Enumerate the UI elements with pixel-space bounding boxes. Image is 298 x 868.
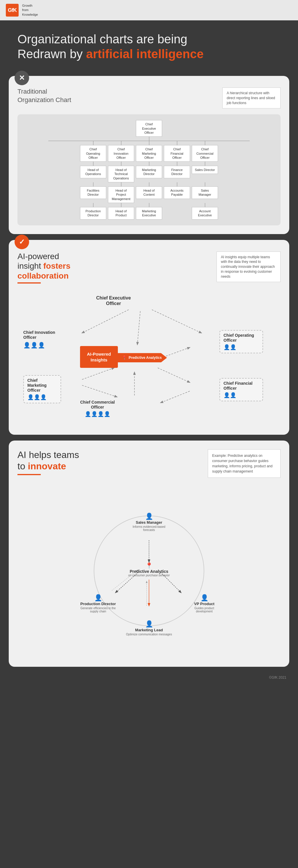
ai-title-block: AI-powered insight fosters collaboration [18,251,70,284]
l1-col-3: Chief Financial Officer [164,141,190,162]
level1-row: Chief Operating Officer Chief Innovation… [48,141,249,162]
tree-container: Chief Executive Officer Chief Operating … [23,120,275,219]
sales-manager-person-icon: 👤 [129,513,169,520]
l4-box-2: Marketing Executive [136,207,162,220]
header: GfK Growth from Knowledge [0,0,298,20]
cco-persons-icon: 👤👤👤👤 [76,411,119,417]
cio-persons-icon: 👤👤👤 [23,342,61,349]
l1-col-2: Chief Marketing Officer [136,141,162,162]
coo-node: Chief Operating Officer 👤👤 [219,330,263,353]
trad-header: Traditional Organization Chart A hierarc… [18,88,280,108]
circle-diagram: 👤 Sales Manager Informs evidenced-based … [67,489,231,652]
ai-title: AI-powered insight fosters collaboration [18,251,70,281]
logo-tagline: Growth from Knowledge [22,3,38,17]
l4-box-4: Account Executive [192,207,218,220]
ai-underline [18,282,41,283]
l1-box-4: Chief Commercial Officer [192,145,218,162]
coo-persons-icon: 👤👤 [224,344,259,350]
l4-box-0: Production Director [80,207,106,220]
l2-col-3: Finance Director [164,162,190,182]
traditional-section: ✕ Traditional Organization Chart A hiera… [9,76,289,234]
l1-box-2: Chief Marketing Officer [136,145,162,162]
l2-col-1: Head of Technical Operations [108,162,134,182]
ai-center-box: AI-Powered Insights [80,346,118,368]
marketing-lead-node: 👤 Marketing Lead Optimize communication … [126,620,172,636]
copyright-text: ©GfK 2021 [269,676,286,680]
logo-text: GfK [8,7,17,13]
cio-node: Chief Innovation Officer 👤👤👤 [23,330,61,349]
l1-box-0: Chief Operating Officer [80,145,106,162]
org-chart: Chief Executive Officer Chief Operating … [18,114,280,225]
hero-section: Organizational charts are being Redrawn … [0,20,298,70]
footer: ©GfK 2021 [0,673,298,682]
l3-col-0: Facilities Director [80,182,106,203]
ceo-node: Chief Executive Officer [93,295,134,306]
innovate-section: Example: Predictive analytics on consume… [9,440,289,667]
l3-col-3: Accounts Payable [164,182,190,203]
svg-line-6 [158,368,190,382]
l1-box-1: Chief Innovation Officer [108,145,134,162]
cfo-persons-icon: 👤👤 [224,392,259,398]
ai-section: ✓ AI-powered insight fosters collaborati… [9,240,289,435]
trad-title: Traditional Organization Chart [18,88,71,104]
l3-box-3: Accounts Payable [164,186,190,199]
l2-box-4: Sales Director [192,166,218,174]
analytics-tag: 📍 Predictive Analytics [118,353,167,362]
innovate-underline [18,474,41,475]
l4-col-0: Production Director [80,203,106,220]
level2-row: Head of Operations Head of Technical Ope… [48,162,249,182]
l2-box-1: Head of Technical Operations [108,166,134,182]
l3-box-1: Head of Project Management [108,186,134,203]
l1-col-0: Chief Operating Officer [80,141,106,162]
svg-line-0 [82,310,129,333]
l3-col-2: Head of Content [136,182,162,203]
svg-line-7 [82,385,117,397]
cfo-node: Chief Financial Officer 👤👤 [219,378,263,401]
vp-product-node: 👤 VP Product Guides product development [187,594,222,613]
location-pin-center-icon: 📍 [118,562,180,569]
svg-line-1 [152,310,201,333]
svg-line-2 [137,311,140,345]
marketing-lead-person-icon: 👤 [126,620,172,628]
ceo-box: Chief Executive Officer [136,120,162,137]
cmo-node: Chief Marketing Officer 👤👤👤 [23,375,61,403]
production-director-person-icon: 👤 [79,594,117,602]
l2-col-0: Head of Operations [80,162,106,182]
ai-header: AI-powered insight fosters collaboration… [18,251,280,284]
svg-line-4 [82,368,114,379]
production-director-node: 👤 Production Director Generate efficienc… [79,594,117,613]
cco-node: Chief Commercial Officer 👤👤👤👤 [76,400,119,417]
l2-col-2: Marketing Director [136,162,162,182]
level4-row: Production Director Head of Product Mark… [48,203,249,220]
logo-box: GfK [6,4,19,17]
l4-box-1: Head of Product [108,207,134,220]
v-line-ceo [149,137,149,141]
check-icon: ✓ [14,235,29,249]
innovate-description: Example: Predictive analytics on consume… [208,449,280,478]
level3-row: Facilities Director Head of Project Mana… [48,182,249,203]
l1-box-3: Chief Financial Officer [164,145,190,162]
network-diagram: Chief Executive Officer Chief Innovation… [18,292,280,426]
x-icon: ✕ [14,71,29,85]
l3-box-4: Sales Manager [192,186,218,199]
l2-col-4: Sales Director [192,162,218,182]
l4-col-4: Account Executive [192,203,218,220]
l3-col-4: Sales Manager [192,182,218,203]
innovate-header: Example: Predictive analytics on consume… [18,449,280,484]
sales-manager-node: 👤 Sales Manager Informs evidenced-based … [129,513,169,532]
l2-box-0: Head of Operations [80,166,106,178]
vp-product-person-icon: 👤 [187,594,222,602]
cmo-persons-icon: 👤👤👤 [27,394,57,400]
l3-box-2: Head of Content [136,186,162,199]
l3-box-0: Facilities Director [80,186,106,199]
l1-col-1: Chief Innovation Officer [108,141,134,162]
center-analytics-node: 📍 Predictive Analytics on consumer purch… [118,562,180,577]
ai-description: AI insights equip multiple teams with th… [216,251,280,282]
l4-col-2: Marketing Executive [136,203,162,220]
ceo-box-container: Chief Executive Officer [136,120,162,137]
l2-box-3: Finance Director [164,166,190,178]
l4-col-1: Head of Product [108,203,134,220]
svg-line-9 [161,391,190,403]
l2-box-2: Marketing Director [136,166,162,178]
trad-description: A hierarchical structure with direct rep… [222,88,280,108]
